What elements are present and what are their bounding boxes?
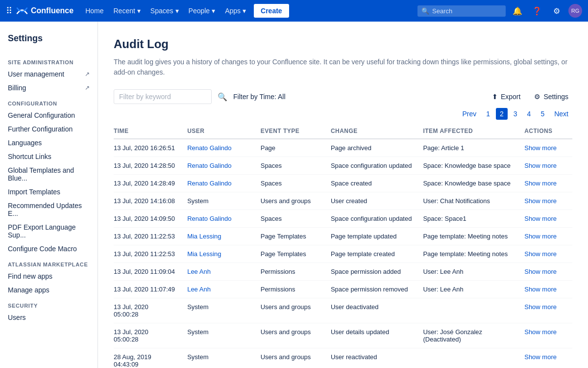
cell-user[interactable]: Mia Lessing — [187, 228, 261, 245]
cell-actions[interactable]: Show more — [524, 281, 572, 298]
search-icon: 🔍 — [421, 7, 429, 15]
sidebar-item-import-templates[interactable]: Import Templates — [0, 185, 98, 199]
app-name: Confluence — [31, 6, 74, 15]
grid-icon[interactable]: ⠿ — [6, 5, 12, 16]
user-link[interactable]: Lee Anh — [187, 268, 211, 275]
filter-time[interactable]: Filter by Time: All — [233, 93, 286, 101]
user-link[interactable]: Renato Galindo — [187, 215, 231, 222]
cell-actions[interactable]: Show more — [524, 323, 572, 348]
cell-change: Space created — [331, 175, 423, 192]
cell-user[interactable]: Mia Lessing — [187, 245, 261, 263]
cell-actions[interactable]: Show more — [524, 228, 572, 245]
pagination-page-5[interactable]: 5 — [537, 108, 548, 120]
filter-keyword-input[interactable] — [114, 89, 212, 104]
topnav-right-section: 🔍 Search 🔔 ❓ ⚙ RG — [417, 3, 582, 19]
nav-home[interactable]: Home — [81, 0, 107, 22]
sidebar-item-users[interactable]: Users — [0, 311, 98, 324]
show-more-link[interactable]: Show more — [524, 180, 557, 187]
sidebar: Settings Site Administration User manage… — [0, 22, 98, 368]
user-link[interactable]: Lee Anh — [187, 286, 211, 293]
pagination-next[interactable]: Next — [550, 108, 572, 120]
sidebar-item-shortcut-links[interactable]: Shortcut Links — [0, 150, 98, 163]
cell-actions[interactable]: Show more — [524, 192, 572, 210]
show-more-link[interactable]: Show more — [524, 286, 557, 293]
cell-user[interactable]: Renato Galindo — [187, 157, 261, 175]
cell-actions[interactable]: Show more — [524, 210, 572, 228]
sidebar-item-global-templates[interactable]: Global Templates and Blue... — [0, 163, 98, 185]
export-button[interactable]: ⬆ Export — [488, 91, 524, 103]
cell-actions[interactable]: Show more — [524, 245, 572, 263]
filter-actions: ⬆ Export ⚙ Settings — [488, 91, 572, 103]
sidebar-item-billing[interactable]: Billing ↗ — [0, 81, 98, 95]
cell-user[interactable]: Renato Galindo — [187, 210, 261, 228]
cell-time: 13 Jul, 2020 05:00:28 — [114, 323, 187, 348]
table-settings-button[interactable]: ⚙ Settings — [530, 91, 572, 103]
show-more-link[interactable]: Show more — [524, 144, 557, 152]
nav-recent[interactable]: Recent▾ — [109, 0, 144, 22]
show-more-link[interactable]: Show more — [524, 162, 557, 169]
cell-change: User details updated — [331, 323, 423, 348]
show-more-link[interactable]: Show more — [524, 197, 557, 205]
sidebar-item-further-config[interactable]: Further Configuration — [0, 122, 98, 136]
sidebar-item-user-management[interactable]: User management ↗ — [0, 67, 98, 81]
table-row: 13 Jul, 2020 14:16:08SystemUsers and gro… — [114, 192, 572, 210]
cell-actions[interactable]: Show more — [524, 175, 572, 192]
user-link[interactable]: Renato Galindo — [187, 180, 231, 187]
show-more-link[interactable]: Show more — [524, 233, 557, 240]
settings-button[interactable]: ⚙ — [549, 3, 564, 19]
cell-time: 13 Jul, 2020 14:28:49 — [114, 175, 187, 192]
table-row: 13 Jul, 2020 05:00:28SystemUsers and gro… — [114, 323, 572, 348]
nav-spaces[interactable]: Spaces▾ — [147, 0, 183, 22]
cell-actions[interactable]: Show more — [524, 298, 572, 323]
cell-actions[interactable]: Show more — [524, 263, 572, 281]
pagination-prev[interactable]: Prev — [458, 108, 480, 120]
cell-user[interactable]: Lee Anh — [187, 281, 261, 298]
cell-actions[interactable]: Show more — [524, 139, 572, 157]
show-more-link[interactable]: Show more — [524, 250, 557, 258]
nav-apps[interactable]: Apps▾ — [221, 0, 250, 22]
page-title: Audit Log — [114, 37, 572, 51]
sidebar-item-recommended-updates[interactable]: Recommended Updates E... — [0, 199, 98, 220]
show-more-link[interactable]: Show more — [524, 353, 557, 361]
help-button[interactable]: ❓ — [529, 3, 545, 19]
cell-event-type: Permissions — [261, 263, 331, 281]
cell-time: 13 Jul, 2020 05:00:28 — [114, 298, 187, 323]
pagination-page-1[interactable]: 1 — [482, 108, 494, 120]
sidebar-item-manage-apps[interactable]: Manage apps — [0, 283, 98, 297]
cell-user[interactable]: Renato Galindo — [187, 175, 261, 192]
table-row: 28 Aug, 2019 04:43:09SystemUsers and gro… — [114, 348, 572, 368]
cell-time: 13 Jul, 2020 14:16:08 — [114, 192, 187, 210]
show-more-link[interactable]: Show more — [524, 215, 557, 222]
pagination-page-3[interactable]: 3 — [510, 108, 521, 120]
logo[interactable]: Confluence — [16, 5, 74, 17]
user-link[interactable]: Mia Lessing — [187, 250, 221, 258]
cell-time: 13 Jul, 2020 14:28:50 — [114, 157, 187, 175]
user-link[interactable]: Mia Lessing — [187, 233, 221, 240]
sidebar-section-site-admin: Site Administration — [0, 53, 98, 67]
table-row: 13 Jul, 2020 11:22:53Mia LessingPage Tem… — [114, 228, 572, 245]
avatar[interactable]: RG — [568, 4, 582, 18]
pagination-page-4[interactable]: 4 — [523, 108, 535, 120]
cell-user[interactable]: Renato Galindo — [187, 139, 261, 157]
create-button[interactable]: Create — [254, 4, 289, 18]
cell-time: 13 Jul, 2020 11:09:04 — [114, 263, 187, 281]
sidebar-item-find-apps[interactable]: Find new apps — [0, 269, 98, 283]
user-link[interactable]: Renato Galindo — [187, 144, 231, 152]
user-link[interactable]: Renato Galindo — [187, 162, 231, 169]
sidebar-item-configure-code-macro[interactable]: Configure Code Macro — [0, 242, 98, 256]
cell-item: Space: Knowledge base space — [423, 175, 524, 192]
sidebar-item-pdf-export[interactable]: PDF Export Language Sup... — [0, 220, 98, 242]
notifications-button[interactable]: 🔔 — [510, 3, 525, 19]
cell-event-type: Spaces — [261, 157, 331, 175]
sidebar-item-general-config[interactable]: General Configuration — [0, 108, 98, 122]
cell-actions[interactable]: Show more — [524, 348, 572, 368]
show-more-link[interactable]: Show more — [524, 328, 557, 336]
cell-user: System — [187, 298, 261, 323]
show-more-link[interactable]: Show more — [524, 303, 557, 311]
show-more-link[interactable]: Show more — [524, 268, 557, 275]
cell-user[interactable]: Lee Anh — [187, 263, 261, 281]
sidebar-item-languages[interactable]: Languages — [0, 136, 98, 150]
search-box[interactable]: 🔍 Search — [417, 5, 506, 17]
cell-actions[interactable]: Show more — [524, 157, 572, 175]
nav-people[interactable]: People▾ — [185, 0, 220, 22]
